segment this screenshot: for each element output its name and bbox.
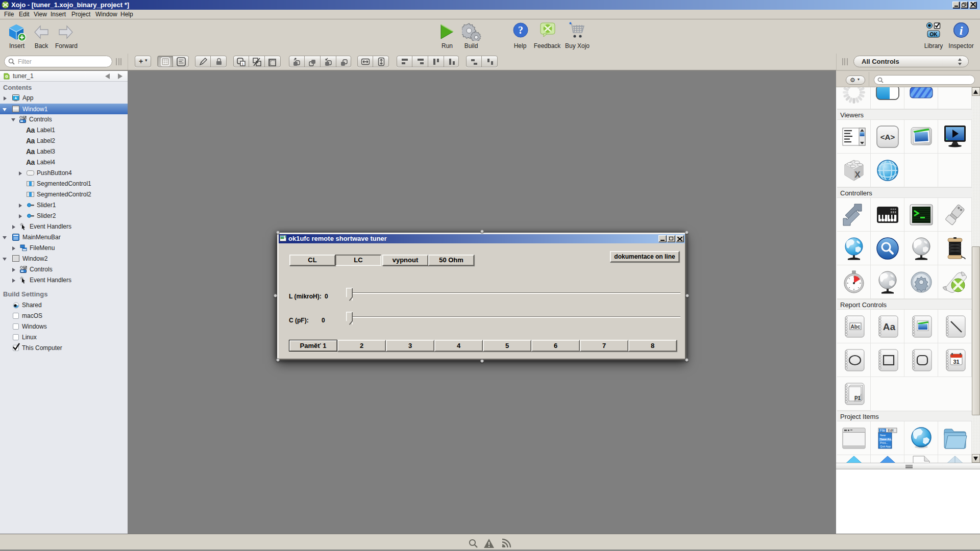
svg-text:Aa: Aa bbox=[883, 321, 895, 332]
svg-text:File: File bbox=[879, 429, 885, 432]
svg-text:Save As...: Save As... bbox=[880, 438, 893, 441]
svg-text:31: 31 bbox=[953, 358, 959, 364]
svg-text:<A>: <A> bbox=[880, 133, 895, 141]
svg-text:OK: OK bbox=[930, 32, 938, 37]
svg-text:i: i bbox=[960, 24, 963, 37]
svg-text:Quit App: Quit App bbox=[880, 445, 891, 448]
svg-text:1: 1 bbox=[242, 62, 244, 66]
svg-text:Print...: Print... bbox=[880, 441, 888, 444]
svg-text:New: New bbox=[880, 434, 886, 437]
svg-text:Edit: Edit bbox=[888, 429, 893, 432]
svg-text:Abc: Abc bbox=[850, 323, 860, 329]
svg-text:X: X bbox=[854, 170, 861, 180]
svg-text:P1: P1 bbox=[854, 395, 861, 401]
svg-text:?: ? bbox=[518, 24, 523, 36]
